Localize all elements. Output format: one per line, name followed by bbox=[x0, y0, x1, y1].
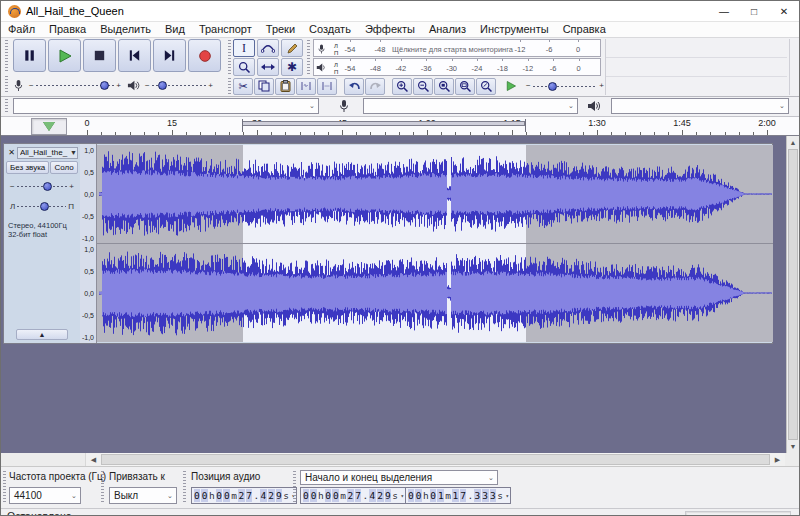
time-digit[interactable]: . bbox=[467, 489, 473, 502]
mixer-grip[interactable] bbox=[5, 76, 8, 93]
silence-selection-button[interactable] bbox=[317, 78, 337, 95]
draw-tool-button[interactable] bbox=[281, 39, 303, 57]
tools-grip[interactable] bbox=[228, 40, 231, 75]
menu-item-9[interactable]: Анализ bbox=[422, 22, 473, 37]
multi-tool-button[interactable]: ✱ bbox=[281, 58, 303, 76]
time-digit[interactable]: 7 bbox=[246, 489, 253, 502]
zoom-tool-button[interactable] bbox=[233, 58, 255, 76]
menu-item-10[interactable]: Инструменты bbox=[473, 22, 556, 37]
maximize-button[interactable]: □ bbox=[739, 2, 769, 21]
selbar-grip[interactable] bbox=[101, 471, 104, 504]
selection-end-field[interactable]: 00h01m17.333s▾ bbox=[405, 487, 511, 504]
track-pan-slider[interactable]: Л П bbox=[8, 201, 76, 212]
menu-item-3[interactable]: Выделить bbox=[93, 22, 158, 37]
recording-volume-thumb[interactable] bbox=[100, 81, 109, 90]
menu-item-7[interactable]: Создать bbox=[302, 22, 358, 37]
scroll-up-arrow[interactable]: ▲ bbox=[787, 136, 799, 149]
menu-item-4[interactable]: Вид bbox=[158, 22, 192, 37]
time-digit[interactable]: h bbox=[209, 489, 215, 502]
time-field-arrow-icon[interactable]: ▾ bbox=[506, 492, 510, 499]
recording-volume-slider[interactable]: − + bbox=[27, 80, 123, 91]
pause-button[interactable] bbox=[13, 39, 46, 72]
time-digit[interactable]: 7 bbox=[355, 489, 362, 502]
selection-start-cap[interactable] bbox=[242, 119, 243, 132]
selection-tool-button[interactable]: I bbox=[233, 39, 255, 57]
selection-mode-dropdown[interactable]: Начало и конец выделения⌄ bbox=[300, 470, 498, 485]
pinned-playhead-button[interactable] bbox=[31, 118, 67, 135]
time-digit[interactable]: s bbox=[392, 489, 398, 502]
timeline-ruler[interactable]: 01530451:001:151:301:452:00 bbox=[1, 117, 799, 136]
meter-grip[interactable] bbox=[307, 40, 310, 75]
audio-position-field[interactable]: 00h00m27.429s▾ bbox=[191, 487, 297, 504]
project-rate-dropdown[interactable]: 44100⌄ bbox=[9, 487, 81, 504]
playback-speed-slider[interactable]: − + bbox=[524, 81, 606, 92]
horizontal-scrollbar[interactable]: ◀ ▶ bbox=[1, 453, 799, 467]
time-digit[interactable]: 0 bbox=[430, 489, 437, 502]
time-digit[interactable]: 0 bbox=[310, 489, 317, 502]
time-digit[interactable]: s bbox=[283, 489, 289, 502]
menu-item-1[interactable]: Файл bbox=[1, 22, 42, 37]
time-digit[interactable]: 7 bbox=[460, 489, 467, 502]
time-digit[interactable]: 3 bbox=[474, 489, 481, 502]
track-name-menu[interactable]: All_Hail_the_▼ bbox=[17, 147, 78, 159]
time-digit[interactable]: 2 bbox=[238, 489, 245, 502]
time-digit[interactable]: 0 bbox=[408, 489, 415, 502]
mute-button[interactable]: Без звука bbox=[6, 161, 49, 174]
horizontal-scroll-thumb[interactable] bbox=[101, 454, 770, 465]
time-digit[interactable]: 9 bbox=[385, 489, 392, 502]
waveform-right-channel[interactable] bbox=[97, 244, 773, 342]
close-button[interactable]: ✕ bbox=[769, 2, 799, 21]
playback-volume-thumb[interactable] bbox=[158, 81, 167, 90]
time-digit[interactable]: 0 bbox=[223, 489, 230, 502]
fit-selection-button[interactable] bbox=[434, 78, 454, 95]
selbar-grip[interactable] bbox=[3, 471, 6, 504]
time-digit[interactable]: 2 bbox=[268, 489, 275, 502]
solo-button[interactable]: Соло bbox=[50, 161, 78, 174]
time-digit[interactable]: 0 bbox=[194, 489, 201, 502]
time-digit[interactable]: 1 bbox=[437, 489, 444, 502]
audio-track[interactable]: ✕ All_Hail_the_▼ Без звука Соло − + Л П bbox=[3, 143, 773, 344]
snap-to-dropdown[interactable]: Выкл⌄ bbox=[109, 487, 177, 504]
redo-button[interactable] bbox=[365, 78, 385, 95]
scroll-right-arrow[interactable]: ▶ bbox=[770, 453, 785, 466]
time-digit[interactable]: 4 bbox=[260, 489, 267, 502]
time-digit[interactable]: m bbox=[231, 489, 237, 502]
playback-volume-slider[interactable]: − + bbox=[143, 80, 215, 91]
time-digit[interactable]: 0 bbox=[325, 489, 332, 502]
time-digit[interactable]: m bbox=[445, 489, 451, 502]
time-digit[interactable]: 3 bbox=[482, 489, 489, 502]
ruler-selection-bar[interactable] bbox=[242, 121, 525, 126]
menu-item-2[interactable]: Правка bbox=[42, 22, 93, 37]
selection-start-field[interactable]: 00h00m27.429s▾ bbox=[300, 487, 406, 504]
time-digit[interactable]: 4 bbox=[369, 489, 376, 502]
trim-outside-selection-button[interactable] bbox=[296, 78, 316, 95]
time-digit[interactable]: m bbox=[340, 489, 346, 502]
playback-device-dropdown[interactable]: ⌄ bbox=[611, 98, 789, 114]
time-digit[interactable]: h bbox=[423, 489, 429, 502]
transport-grip[interactable] bbox=[5, 40, 8, 73]
zoom-out-button[interactable] bbox=[413, 78, 433, 95]
time-digit[interactable]: 0 bbox=[415, 489, 422, 502]
hscroll-track[interactable] bbox=[101, 453, 770, 466]
menu-item-8[interactable]: Эффекты bbox=[358, 22, 422, 37]
time-digit[interactable]: 0 bbox=[216, 489, 223, 502]
track-collapse-button[interactable]: ▲ bbox=[16, 329, 68, 340]
zoom-toggle-button[interactable] bbox=[476, 78, 496, 95]
track-pan-thumb[interactable] bbox=[40, 202, 49, 211]
time-digit[interactable]: . bbox=[362, 489, 368, 502]
time-digit[interactable]: s bbox=[497, 489, 503, 502]
time-digit[interactable]: 1 bbox=[452, 489, 459, 502]
time-digit[interactable]: 0 bbox=[303, 489, 310, 502]
vertical-scale[interactable]: 1,00,50,0-0,5-1,0 1,00,50,0-0,5-1,0 bbox=[80, 144, 97, 343]
recording-meter[interactable]: Л П Щёлкните для старта мониторинга -54-… bbox=[313, 39, 601, 57]
selbar-grip[interactable] bbox=[183, 471, 186, 504]
vertical-scroll-thumb[interactable] bbox=[788, 149, 798, 440]
undo-button[interactable] bbox=[344, 78, 364, 95]
playback-speed-thumb[interactable] bbox=[548, 82, 557, 91]
vertical-scrollbar[interactable]: ▲ ▼ bbox=[786, 136, 799, 453]
fit-project-button[interactable] bbox=[455, 78, 475, 95]
envelope-tool-button[interactable] bbox=[257, 39, 279, 57]
time-digit[interactable]: 9 bbox=[276, 489, 283, 502]
minimize-button[interactable]: — bbox=[709, 2, 739, 21]
time-digit[interactable]: 0 bbox=[201, 489, 208, 502]
